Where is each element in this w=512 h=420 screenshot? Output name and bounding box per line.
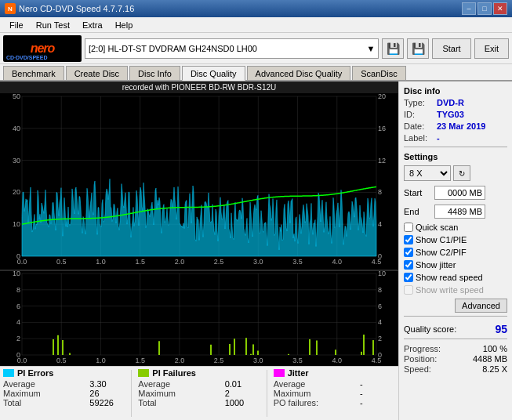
speed-setting-row: 8 X ↻ — [404, 165, 507, 181]
divider-3 — [404, 339, 507, 339]
show-c1pie-label: Show C1/PIE — [416, 235, 467, 244]
show-c1pie-checkbox[interactable] — [404, 235, 413, 244]
jitter-avg: Average - — [274, 379, 395, 389]
show-jitter-checkbox[interactable] — [404, 260, 413, 270]
pi-failures-legend-box — [138, 369, 149, 377]
position-row: Position: 4488 MB — [404, 354, 507, 364]
start-label: Start — [404, 188, 432, 197]
show-write-speed-label: Show write speed — [416, 285, 484, 295]
start-mb-field[interactable] — [434, 186, 485, 200]
speed-select[interactable]: 8 X — [404, 165, 451, 181]
chart-area: recorded with PIONEER BD-RW BDR-S12U PI … — [0, 81, 398, 420]
tab-scan-disc[interactable]: ScanDisc — [352, 66, 405, 80]
menu-run-test[interactable]: Run Test — [30, 19, 76, 31]
pi-errors-total: Total 59226 — [3, 398, 125, 407]
show-jitter-label: Show jitter — [416, 260, 456, 270]
title-bar-text: Nero CD-DVD Speed 4.7.7.16 — [19, 4, 462, 13]
speed-value: 8.25 X — [482, 364, 507, 374]
position-label: Position: — [404, 354, 437, 364]
divider-2 — [404, 316, 507, 317]
window-controls[interactable]: – □ ✕ — [462, 2, 507, 15]
end-mb-field[interactable] — [434, 205, 485, 219]
quality-score-row: Quality score: 95 — [404, 323, 507, 335]
quality-score-label: Quality score: — [404, 324, 456, 334]
eject-button[interactable]: 💾 — [382, 38, 404, 59]
start-button[interactable]: Start — [432, 38, 470, 59]
pi-failures-group: PI Failures Average 0.01 Maximum 2 Total… — [138, 368, 260, 418]
save-button[interactable]: 💾 — [407, 38, 429, 59]
main-chart-canvas — [0, 93, 398, 366]
maximize-button[interactable]: □ — [478, 2, 492, 15]
progress-rows: Progress: 100 % Position: 4488 MB Speed:… — [404, 344, 507, 375]
tab-advanced-disc-quality[interactable]: Advanced Disc Quality — [247, 66, 351, 80]
stat-separator-2 — [267, 370, 267, 417]
show-c2pif-label: Show C2/PIF — [416, 248, 467, 257]
tab-benchmark[interactable]: Benchmark — [3, 66, 64, 80]
exit-button[interactable]: Exit — [474, 38, 509, 59]
disc-id-label: ID: — [404, 110, 437, 119]
stats-bar: PI Errors Average 3.30 Maximum 26 Total … — [0, 366, 398, 420]
tab-create-disc[interactable]: Create Disc — [66, 66, 128, 80]
tab-disc-info[interactable]: Disc Info — [129, 66, 180, 80]
jitter-max: Maximum - — [274, 389, 395, 398]
toolbar: nero CD·DVD/SPEED [2:0] HL-DT-ST DVDRAM … — [0, 33, 512, 64]
disc-date-value: 23 Mar 2019 — [437, 121, 485, 131]
show-jitter-row: Show jitter — [404, 260, 507, 270]
close-button[interactable]: ✕ — [493, 2, 507, 15]
disc-id-value: TYG03 — [437, 110, 464, 119]
tab-bar: Benchmark Create Disc Disc Info Disc Qua… — [0, 64, 512, 81]
pi-failures-avg: Average 0.01 — [138, 379, 260, 389]
show-read-speed-checkbox[interactable] — [404, 273, 413, 282]
progress-row: Progress: 100 % — [404, 344, 507, 353]
right-panel: Disc info Type: DVD-R ID: TYG03 Date: 23… — [398, 81, 512, 420]
start-mb-row: Start — [404, 186, 507, 200]
show-c1pie-row: Show C1/PIE — [404, 235, 507, 244]
disc-label-value: - — [437, 133, 440, 143]
refresh-speed-button[interactable]: ↻ — [453, 165, 470, 181]
stat-separator-1 — [131, 370, 132, 417]
show-c2pif-row: Show C2/PIF — [404, 248, 507, 257]
quick-scan-label: Quick scan — [416, 223, 458, 232]
app-icon: N — [5, 3, 16, 14]
menu-bar: File Run Test Extra Help — [0, 17, 512, 33]
disc-type-label: Type: — [404, 98, 437, 107]
disc-id-row: ID: TYG03 — [404, 110, 507, 119]
pi-errors-max: Maximum 26 — [3, 389, 125, 398]
show-read-speed-label: Show read speed — [416, 273, 483, 282]
drive-selector[interactable]: [2:0] HL-DT-ST DVDRAM GH24NSD0 LH00 ▼ — [85, 38, 379, 59]
nero-logo: nero CD·DVD/SPEED — [3, 35, 82, 62]
tab-disc-quality[interactable]: Disc Quality — [182, 66, 245, 81]
pi-failures-max: Maximum 2 — [138, 389, 260, 398]
end-label: End — [404, 207, 432, 216]
disc-type-row: Type: DVD-R — [404, 98, 507, 107]
quick-scan-checkbox[interactable] — [404, 223, 413, 232]
settings-title: Settings — [404, 152, 507, 161]
progress-value: 100 % — [483, 344, 507, 353]
speed-row: Speed: 8.25 X — [404, 364, 507, 374]
main-content: recorded with PIONEER BD-RW BDR-S12U PI … — [0, 81, 512, 420]
po-failures: PO failures: - — [274, 398, 395, 407]
disc-date-row: Date: 23 Mar 2019 — [404, 121, 507, 131]
jitter-group: Jitter Average - Maximum - PO failures: … — [274, 368, 395, 418]
show-write-speed-row: Show write speed — [404, 285, 507, 295]
disc-label-row: Label: - — [404, 133, 507, 143]
show-c2pif-checkbox[interactable] — [404, 248, 413, 257]
disc-info-title: Disc info — [404, 86, 507, 96]
quality-score-value: 95 — [495, 323, 507, 335]
advanced-button[interactable]: Advanced — [455, 299, 507, 313]
jitter-legend: Jitter — [274, 368, 395, 378]
position-value: 4488 MB — [473, 354, 507, 364]
menu-extra[interactable]: Extra — [76, 19, 109, 31]
pi-errors-group: PI Errors Average 3.30 Maximum 26 Total … — [3, 368, 125, 418]
jitter-legend-box — [274, 369, 285, 377]
disc-label-label: Label: — [404, 133, 437, 143]
title-bar: N Nero CD-DVD Speed 4.7.7.16 – □ ✕ — [0, 0, 512, 17]
disc-type-value: DVD-R — [437, 98, 464, 107]
pi-failures-total: Total 1000 — [138, 398, 260, 407]
quick-scan-row: Quick scan — [404, 223, 507, 232]
minimize-button[interactable]: – — [462, 2, 476, 15]
pi-errors-legend: PI Errors — [3, 368, 125, 378]
menu-help[interactable]: Help — [109, 19, 140, 31]
chart-title: recorded with PIONEER BD-RW BDR-S12U — [0, 81, 398, 93]
menu-file[interactable]: File — [3, 19, 30, 31]
